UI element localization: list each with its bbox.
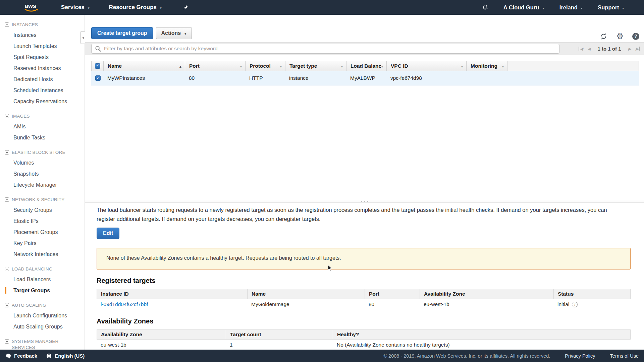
sidebar-section-title: AUTO SCALING	[12, 302, 46, 308]
column-header-filler	[507, 61, 639, 71]
topnav-menu[interactable]: A Cloud Guru	[503, 4, 545, 11]
target-group-row[interactable]: MyWPInstances 80 HTTP instance MyALBWP v…	[91, 71, 639, 85]
cell-name: MyWPInstances	[103, 71, 185, 85]
sidebar-item[interactable]: Launch Templates	[0, 41, 85, 52]
sidebar-collapse-tab[interactable]	[80, 31, 85, 44]
refresh-button[interactable]	[600, 33, 607, 40]
registered-targets-heading: Registered targets	[97, 277, 631, 285]
settings-gear-icon[interactable]: ⚙	[616, 32, 624, 40]
sidebar-section-title: ELASTIC BLOCK STORE	[12, 149, 65, 156]
health-warning-text: None of these Availability Zones contain…	[106, 255, 341, 261]
sidebar-item[interactable]: Elastic IPs	[0, 216, 85, 227]
column-header-name[interactable]: Name	[104, 61, 185, 71]
sidebar-item[interactable]: Load Balancers	[0, 274, 85, 285]
column-header-load-balancer[interactable]: Load Balancer	[346, 61, 387, 71]
sidebar-item[interactable]: Lifecycle Manager	[0, 179, 85, 190]
pagination-previous-button[interactable]	[587, 46, 590, 52]
aws-logo-graphic: aws	[23, 2, 40, 13]
search-box[interactable]	[91, 44, 559, 54]
sidebar-section-header[interactable]: AUTO SCALING	[0, 302, 85, 308]
info-icon[interactable]	[572, 302, 578, 307]
select-all-cell	[92, 61, 104, 71]
footer-links: Privacy PolicyTerms of Use	[565, 353, 639, 359]
chevron-down-icon	[159, 4, 162, 11]
topnav-menu[interactable]: Support	[598, 4, 625, 11]
sidebar-item[interactable]: Auto Scaling Groups	[0, 321, 85, 332]
collapse-minus-icon[interactable]	[5, 267, 9, 271]
panel-resize-handle[interactable]	[85, 200, 644, 203]
sidebar-section-auto-scaling: AUTO SCALING Launch ConfigurationsAuto S…	[0, 302, 85, 332]
sidebar-item[interactable]: Volumes	[0, 157, 85, 168]
pin-button[interactable]	[183, 5, 189, 10]
triangle-right-icon	[628, 46, 631, 52]
collapse-minus-icon[interactable]	[5, 22, 9, 27]
chevron-down-icon	[580, 4, 583, 11]
collapse-minus-icon[interactable]	[5, 339, 9, 344]
collapse-minus-icon[interactable]	[5, 150, 9, 155]
sidebar-item[interactable]: Reserved Instances	[0, 63, 85, 74]
cell-monitoring	[466, 71, 507, 85]
sidebar-item[interactable]: Snapshots	[0, 168, 85, 179]
sidebar-item[interactable]: Security Groups	[0, 204, 85, 216]
pagination-next-button[interactable]	[628, 46, 631, 52]
sidebar-section-header[interactable]: ELASTIC BLOCK STORE	[0, 149, 85, 156]
topnav-menu[interactable]: Ireland	[559, 4, 583, 11]
pagination-label: 1 to 1 of 1	[598, 46, 621, 52]
topnav-menu[interactable]: Services	[61, 4, 90, 11]
filter-bar: 1 to 1 of 1	[85, 42, 644, 55]
bell-icon	[482, 4, 489, 11]
column-header-monitoring[interactable]: Monitoring	[467, 61, 507, 71]
sidebar-section-header[interactable]: INSTANCES	[0, 21, 85, 28]
sidebar-item[interactable]: Capacity Reservations	[0, 96, 85, 107]
sidebar-section-header[interactable]: SYSTEMS MANAGER SERVICES	[0, 338, 85, 350]
sidebar-section-header[interactable]: IMAGES	[0, 113, 85, 119]
select-all-checkbox[interactable]	[95, 63, 100, 69]
pagination-first-button[interactable]	[579, 46, 583, 52]
collapse-minus-icon[interactable]	[5, 303, 9, 307]
edit-button[interactable]: Edit	[97, 228, 119, 239]
sidebar-item[interactable]: Network Interfaces	[0, 249, 85, 260]
create-target-group-button[interactable]: Create target group	[91, 27, 153, 39]
collapse-minus-icon[interactable]	[5, 197, 9, 202]
cell-target-count: 1	[226, 340, 333, 350]
feedback-button[interactable]: Feedback	[5, 353, 37, 359]
sidebar-item[interactable]: Scheduled Instances	[0, 85, 85, 96]
language-selector[interactable]: English (US)	[46, 353, 85, 359]
sidebar-item[interactable]: Dedicated Hosts	[0, 74, 85, 85]
sidebar-item[interactable]: Launch Configurations	[0, 310, 85, 321]
feedback-bubble-icon	[5, 353, 11, 359]
instance-id-link[interactable]: i-09d1dd04f62cf7bbf	[101, 301, 148, 307]
sidebar-section-title: LOAD BALANCING	[12, 266, 52, 272]
footer-link[interactable]: Terms of Use	[610, 353, 639, 359]
topnav-menu[interactable]: Resource Groups	[109, 4, 162, 11]
status-value: initial	[557, 301, 569, 307]
sidebar-item[interactable]: Spot Requests	[0, 52, 85, 63]
target-groups-table: Name Port Protocol Target type Load Bala…	[91, 61, 639, 85]
help-icon[interactable]: ?	[632, 33, 639, 40]
notifications-button[interactable]	[482, 4, 489, 11]
column-header-vpc-id[interactable]: VPC ID	[387, 61, 467, 71]
pagination-last-button[interactable]	[636, 46, 640, 52]
sidebar-item[interactable]: Placement Groups	[0, 227, 85, 238]
column-header-protocol[interactable]: Protocol	[246, 61, 285, 71]
topnav-right-menus: A Cloud Guru Ireland Support	[503, 4, 625, 11]
sidebar-section-images: IMAGES AMIsBundle Tasks	[0, 113, 85, 143]
sidebar-item[interactable]: Key Pairs	[0, 238, 85, 249]
footer-link[interactable]: Privacy Policy	[565, 353, 595, 359]
row-checkbox[interactable]	[95, 75, 101, 81]
aws-logo[interactable]: aws	[23, 2, 40, 13]
actions-button[interactable]: Actions	[156, 27, 192, 39]
column-header-availability-zone: Availability Zone	[420, 289, 554, 299]
sidebar-section-header[interactable]: NETWORK & SECURITY	[0, 196, 85, 203]
sidebar-section-header[interactable]: LOAD BALANCING	[0, 266, 85, 272]
chevron-down-icon	[622, 4, 625, 11]
sidebar-item[interactable]: Bundle Tasks	[0, 132, 85, 143]
sidebar-item[interactable]: Target Groups	[0, 285, 85, 296]
column-header-target-type[interactable]: Target type	[285, 61, 346, 71]
column-header-port[interactable]: Port	[185, 61, 246, 71]
sidebar-item[interactable]: AMIs	[0, 121, 85, 132]
filter-input[interactable]	[104, 46, 556, 52]
collapse-minus-icon[interactable]	[5, 114, 9, 118]
cell-availability-zone: eu-west-1b	[420, 299, 553, 310]
sidebar-item[interactable]: Instances	[0, 29, 85, 41]
